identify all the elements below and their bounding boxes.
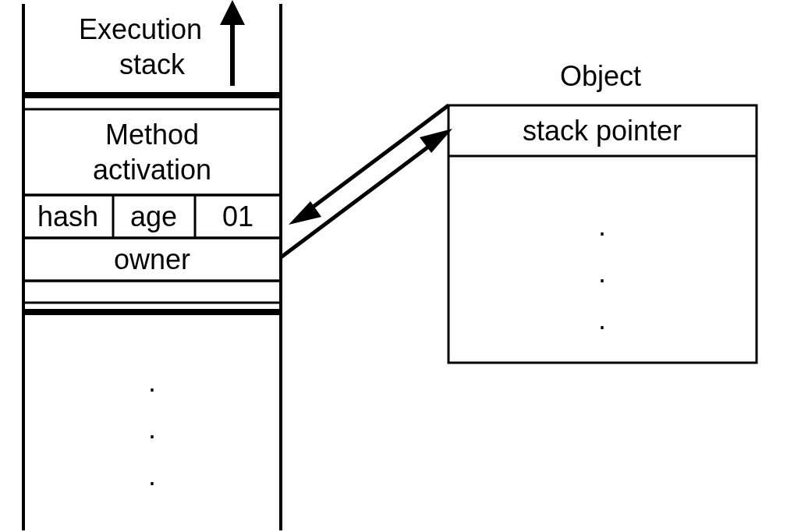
method-activation-line1: Method <box>105 119 199 151</box>
owner-cell: owner <box>23 238 281 281</box>
svg-text:·: · <box>598 310 606 342</box>
arrow-up-icon <box>220 0 245 86</box>
stack-pointer-label: stack pointer <box>523 115 682 147</box>
method-activation-line2: activation <box>93 154 211 186</box>
arrow-owner-to-pointer-icon <box>281 129 452 257</box>
owner-label: owner <box>114 243 190 275</box>
method-activation-cell: Method activation <box>23 109 281 195</box>
stack-title: Execution stack <box>79 13 202 80</box>
header-cell-hash: hash <box>37 200 98 232</box>
svg-text:·: · <box>598 216 606 248</box>
object-box: Object stack pointer · · · <box>448 60 757 363</box>
svg-line-19 <box>281 140 437 257</box>
stack-slot <box>23 281 281 303</box>
svg-text:·: · <box>148 419 156 451</box>
svg-text:·: · <box>148 466 156 498</box>
arrow-object-to-header-icon <box>289 105 448 225</box>
header-cell-flag: 01 <box>222 200 253 232</box>
svg-text:·: · <box>148 372 156 404</box>
svg-text:·: · <box>598 263 606 295</box>
header-cell-age: age <box>130 200 177 232</box>
stack-title-line2: stack <box>119 48 186 80</box>
stack-ellipsis: · · · <box>148 372 156 498</box>
svg-marker-3 <box>220 0 245 25</box>
svg-line-17 <box>308 105 448 211</box>
execution-stack: Execution stack Method activation hash a… <box>23 0 281 530</box>
header-row: hash age 01 <box>23 195 281 238</box>
object-ellipsis: · · · <box>598 216 606 342</box>
object-title: Object <box>560 60 641 92</box>
stack-title-line1: Execution <box>79 13 202 45</box>
